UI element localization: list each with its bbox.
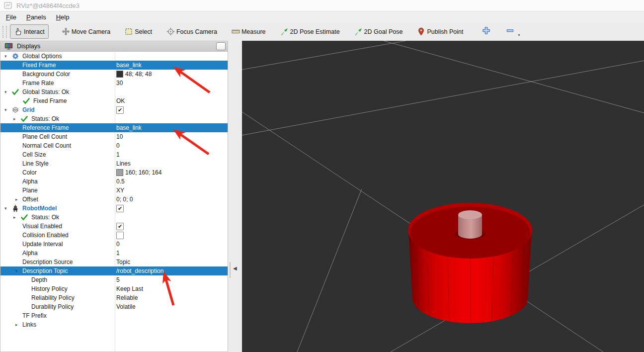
3d-viewport[interactable] xyxy=(242,41,644,352)
menu-item-file[interactable]: File xyxy=(1,12,21,22)
tree-row-grid[interactable]: ▾Grid✔ xyxy=(0,105,228,114)
property-value-cell[interactable] xyxy=(115,114,228,123)
tree-row-update-interval[interactable]: Update Interval0 xyxy=(0,240,228,249)
tree-row-alpha[interactable]: Alpha1 xyxy=(0,249,228,258)
tool-focus-camera[interactable]: Focus Camera xyxy=(162,24,221,39)
property-value-cell[interactable]: 1 xyxy=(115,249,228,258)
property-value-cell[interactable]: 1 xyxy=(115,150,228,159)
property-value-cell[interactable] xyxy=(115,320,228,329)
toolbar-drag-handle[interactable] xyxy=(2,26,7,38)
color-swatch[interactable] xyxy=(116,169,123,176)
tree-row-color[interactable]: Color160; 160; 164 xyxy=(0,168,228,177)
remove-tool-button[interactable]: ▾ xyxy=(504,26,515,37)
property-value-cell[interactable]: /robot_description xyxy=(115,266,228,275)
tree-row-normal-cell-count[interactable]: Normal Cell Count0 xyxy=(0,141,228,150)
property-value-cell[interactable] xyxy=(115,213,228,222)
tree-row-description-source[interactable]: Description SourceTopic xyxy=(0,258,228,266)
property-value-cell[interactable]: ✔ xyxy=(115,105,228,114)
expander-right-icon[interactable]: ▸ xyxy=(15,195,22,204)
tool-interact[interactable]: Interact xyxy=(10,24,49,39)
property-value-cell[interactable]: 0 xyxy=(115,141,228,150)
expander-down-icon[interactable]: ▾ xyxy=(15,266,22,275)
tool-move-camera[interactable]: Move Camera xyxy=(58,24,115,39)
property-value-cell[interactable] xyxy=(115,311,228,320)
expander-down-icon[interactable]: ▾ xyxy=(4,204,11,213)
property-value-cell[interactable]: Keep Last xyxy=(115,284,228,293)
expander-right-icon[interactable]: ▸ xyxy=(13,213,20,222)
property-value-cell[interactable]: 5 xyxy=(115,275,228,284)
expander-down-icon[interactable]: ▾ xyxy=(4,105,11,114)
property-value-cell[interactable]: 30 xyxy=(115,79,228,88)
tool-publish-point[interactable]: Publish Point xyxy=(413,24,467,39)
tool-select[interactable]: Select xyxy=(121,24,156,39)
robot-model-cylinder[interactable] xyxy=(408,203,532,323)
tree-row-depth[interactable]: Depth5 xyxy=(0,275,228,284)
property-column-separator[interactable] xyxy=(115,51,115,352)
property-value-cell[interactable]: base_link xyxy=(115,123,228,132)
tree-row-collision-enabled[interactable]: Collision Enabled xyxy=(0,231,228,240)
tool-2d-pose-estimate[interactable]: 2D Pose Estimate xyxy=(276,24,344,39)
tree-row-reference-frame[interactable]: Reference Framebase_link xyxy=(0,123,228,132)
expander-down-icon[interactable]: ▾ xyxy=(4,52,11,61)
tree-row-visual-enabled[interactable]: Visual Enabled✔ xyxy=(0,222,228,231)
expander-right-icon[interactable]: ▸ xyxy=(15,320,22,329)
property-value-cell[interactable]: ✔ xyxy=(115,204,228,213)
tree-row-offset[interactable]: ▸Offset0; 0; 0 xyxy=(0,195,228,204)
tree-row-durability-policy[interactable]: Durability PolicyVolatile xyxy=(0,302,228,311)
panel-collapse-icon[interactable]: ◀ xyxy=(233,265,237,271)
tree-row-alpha[interactable]: Alpha0.5 xyxy=(0,177,228,186)
tree-row-line-style[interactable]: Line StyleLines xyxy=(0,159,228,168)
property-name: Plane Cell Count xyxy=(22,132,67,141)
property-value-cell[interactable]: Topic xyxy=(115,258,228,266)
expander-right-icon[interactable]: ▸ xyxy=(13,114,20,123)
tree-row-fixed-frame[interactable]: Fixed FrameOK xyxy=(0,96,228,105)
expander-down-icon[interactable]: ▾ xyxy=(4,88,11,96)
add-tool-button[interactable] xyxy=(481,26,491,37)
menu-item-panels[interactable]: Panels xyxy=(21,12,51,22)
tool-2d-goal-pose[interactable]: 2D Goal Pose xyxy=(350,24,407,39)
tree-row-frame-rate[interactable]: Frame Rate30 xyxy=(0,79,228,88)
tool-measure[interactable]: Measure xyxy=(228,24,270,39)
color-swatch[interactable] xyxy=(116,71,123,78)
tree-row-status-ok[interactable]: ▸Status: Ok xyxy=(0,114,228,123)
property-value-cell[interactable] xyxy=(115,231,228,240)
tree-row-tf-prefix[interactable]: TF Prefix xyxy=(0,311,228,320)
tree-row-background-color[interactable]: Background Color48; 48; 48 xyxy=(0,70,228,79)
tree-row-description-topic[interactable]: ▾Description Topic/robot_description xyxy=(0,266,228,275)
property-value-cell[interactable]: 0 xyxy=(115,240,228,249)
property-value-cell[interactable]: 0; 0; 0 xyxy=(115,195,228,204)
checkbox-unchecked[interactable] xyxy=(116,232,124,239)
displays-panel-header[interactable]: Displays xyxy=(0,41,228,52)
checkbox-checked[interactable]: ✔ xyxy=(116,106,124,114)
property-value-cell[interactable]: 48; 48; 48 xyxy=(115,70,228,79)
property-value-cell[interactable]: ✔ xyxy=(115,222,228,231)
tree-row-plane-cell-count[interactable]: Plane Cell Count10 xyxy=(0,132,228,141)
tree-row-cell-size[interactable]: Cell Size1 xyxy=(0,150,228,159)
checkbox-checked[interactable]: ✔ xyxy=(116,205,124,212)
property-value-cell[interactable] xyxy=(115,52,228,61)
tree-row-status-ok[interactable]: ▸Status: Ok xyxy=(0,213,228,222)
tree-row-global-options[interactable]: ▾Global Options xyxy=(0,52,228,61)
panel-splitter[interactable]: ◀ xyxy=(228,41,242,352)
tool-dropdown-caret-icon[interactable]: ▾ xyxy=(518,33,520,37)
checkbox-checked[interactable]: ✔ xyxy=(116,223,124,230)
menu-item-help[interactable]: Help xyxy=(51,12,75,22)
panel-float-button[interactable] xyxy=(216,42,226,50)
property-value-cell[interactable] xyxy=(115,88,228,96)
tree-row-history-policy[interactable]: History PolicyKeep Last xyxy=(0,284,228,293)
property-value-cell[interactable]: 0.5 xyxy=(115,177,228,186)
property-value-cell[interactable]: 10 xyxy=(115,132,228,141)
property-value-cell[interactable]: Reliable xyxy=(115,293,228,302)
property-value-cell[interactable]: Lines xyxy=(115,159,228,168)
property-value-cell[interactable]: XY xyxy=(115,186,228,195)
tree-row-global-status-ok[interactable]: ▾Global Status: Ok xyxy=(0,88,228,96)
property-value-cell[interactable]: base_link xyxy=(115,61,228,70)
tree-row-plane[interactable]: PlaneXY xyxy=(0,186,228,195)
property-value-cell[interactable]: OK xyxy=(115,96,228,105)
tree-row-fixed-frame[interactable]: Fixed Framebase_link xyxy=(0,61,228,70)
tree-row-robotmodel[interactable]: ▾RobotModel✔ xyxy=(0,204,228,213)
property-value-cell[interactable]: 160; 160; 164 xyxy=(115,168,228,177)
tree-row-reliability-policy[interactable]: Reliability PolicyReliable xyxy=(0,293,228,302)
property-value-cell[interactable]: Volatile xyxy=(115,302,228,311)
tree-row-links[interactable]: ▸Links xyxy=(0,320,228,329)
